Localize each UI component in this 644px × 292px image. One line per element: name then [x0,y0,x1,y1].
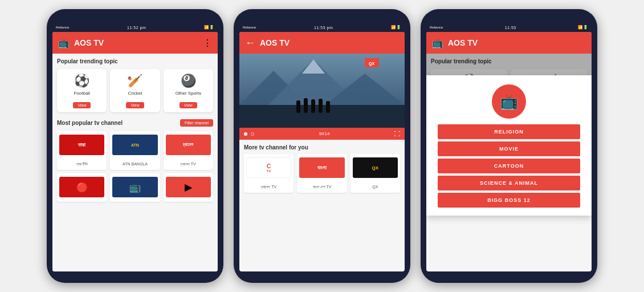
status-carrier: Reliance [56,26,69,29]
channel5-logo: 📺 [112,177,157,197]
status-carrier-2: Reliance [243,26,256,29]
status-time-2: 11:53 pm [314,26,333,30]
tv-logo-icon-3: 📺 [432,38,443,48]
svg-rect-6 [296,100,300,113]
more-channel-ctv[interactable]: C TV চ্যানেল TV [244,154,294,193]
status-bar-2: Reliance 11:53 pm 📶🔋 [239,25,405,32]
video-time: 9X14 [258,131,391,136]
phone-2: Reliance 11:53 pm 📶🔋 ← AOS TV [234,9,410,283]
phone-3: Reliance 11:53 📶🔋 📺 AOS TV Popular trend… [421,9,597,283]
topic-cards: ⚽ Football View 🏏 Cricket View 🎱 Other S… [57,69,213,112]
more-channels-grid: C TV চ্যানেল TV বাংলা বাংলা দেশ TV QX QX [239,154,405,197]
football-label: Football [60,91,103,96]
channels-section-row: Most popular tv channel Filter channel [57,119,213,127]
channel-tv-name: চ্যানেল TV [181,162,196,166]
app-title-3: AOS TV [448,38,586,47]
screen-3: 📺 AOS TV Popular trending topic ⚽ Footba… [426,32,592,271]
more-options-icon[interactable]: ⋮ [203,38,212,48]
status-bar-1: Reliance 11:52 pm 📶🔋 [52,25,218,32]
svg-rect-7 [304,98,308,113]
app-title-1: AOS TV [74,38,198,47]
dropdown-item-movie[interactable]: MOVIE [438,141,580,156]
more-channel-qx[interactable]: QX QX [350,154,400,193]
svg-rect-8 [311,99,315,113]
football-icon: ⚽ [60,74,103,88]
dropdown-tv-icon: 📺 [500,93,518,111]
video-scene-svg: QX [239,54,405,128]
channel-card-ctv[interactable]: চ্যানেল চ্যানেল TV [164,131,213,170]
status-icons-3: 📶🔋 [578,25,588,30]
channel-tv-logo: চ্যানেল [166,135,211,155]
back-button[interactable]: ← [245,37,255,49]
filter-channel-btn[interactable]: Filter channel [180,119,213,127]
cricket-view-btn[interactable]: View [126,102,144,108]
more-channels-title: More tv channel for you [239,140,405,154]
status-time-3: 11:53 [505,26,516,30]
status-icons-2: 📶🔋 [391,25,401,30]
channel-card-tara[interactable]: তারা তারা টিভি [57,131,107,170]
atn-bangla-logo: ATN [112,135,157,155]
atn-bangla-name: ATN BANGLA [123,162,148,166]
topic-other-sports[interactable]: 🎱 Other Sports View [164,69,213,112]
screen-1: 📺 AOS TV ⋮ Popular trending topic ⚽ Foot… [52,32,218,271]
fullscreen-icon[interactable]: ⛶ [394,131,400,137]
channel-card-6[interactable]: ▶ [164,173,213,202]
section2-title: Most popular tv channel [57,120,123,126]
cricket-label: Cricket [113,91,156,96]
more-qx-logo: QX [353,157,398,178]
football-view-btn[interactable]: View [73,102,91,108]
phone-1: Reliance 11:52 pm 📶🔋 📺 AOS TV ⋮ Popular … [47,9,223,283]
screen-2: ← AOS TV [239,32,405,271]
svg-rect-10 [326,101,330,113]
dropdown-app-icon: 📺 [492,84,526,119]
video-player[interactable]: QX [239,54,405,128]
other-sports-view-btn[interactable]: View [180,102,197,108]
channel-card-atn[interactable]: ATN ATN BANGLA [110,131,160,170]
video-controls: 9X14 ⛶ [239,128,405,140]
video-dot-active [244,132,247,136]
status-time-1: 11:52 pm [127,26,146,30]
tara-tv-logo: তারা [59,135,104,155]
more-channel-bd[interactable]: বাংলা বাংলা দেশ TV [297,154,347,193]
other-sports-label: Other Sports [167,91,210,96]
app-bar-1: 📺 AOS TV ⋮ [52,32,218,54]
app-bar-2: ← AOS TV [239,32,405,54]
tv-logo-icon: 📺 [58,38,70,48]
channel-grid-1: তারা তারা টিভি ATN ATN BANGLA চ্যানেল চ্… [57,131,213,202]
status-carrier-3: Reliance [430,26,443,29]
channel-card-5[interactable]: 📺 [110,173,160,202]
more-ctv-logo: C TV [246,157,291,178]
sports-icon: 🎱 [167,74,210,88]
topic-football[interactable]: ⚽ Football View [57,69,107,112]
tara-tv-name: তারা টিভি [76,162,88,166]
topic-cricket[interactable]: 🏏 Cricket View [110,69,160,112]
dropdown-item-religion[interactable]: RELIGION [438,124,580,139]
svg-rect-9 [319,99,323,113]
screen2-content: QX 9X14 ⛶ More tv channel for you C TV [239,54,405,271]
app-title-2: AOS TV [260,38,399,47]
channel-card-4[interactable]: 🔴 [57,173,107,202]
screen3-wrapper: Popular trending topic ⚽ Football 🏏 Cric… [426,54,592,271]
status-bar-3: Reliance 11:53 📶🔋 [426,25,592,32]
video-background: QX [239,54,405,128]
channel4-logo: 🔴 [59,177,104,197]
status-icons: 📶🔋 [204,25,214,30]
channel6-logo: ▶ [166,177,211,197]
dropdown-item-biggboss[interactable]: BIGG BOSS 12 [438,193,580,208]
more-bd-logo: বাংলা [299,157,344,178]
cricket-icon: 🏏 [113,74,156,88]
more-qx-name: QX [372,185,378,189]
svg-text:QX: QX [369,62,374,66]
bg-section-title: Popular trending topic [431,58,587,64]
video-dot-inactive [251,132,254,136]
section1-title: Popular trending topic [57,58,213,64]
more-ctv-name: চ্যানেল TV [261,185,276,189]
dropdown-menu: 📺 RELIGION MOVIE CARTOON SCIENCE & ANIMA… [426,75,592,216]
screen1-content: Popular trending topic ⚽ Football View 🏏… [52,54,218,271]
dropdown-item-science[interactable]: SCIENCE & ANIMAL [438,176,580,190]
app-bar-3: 📺 AOS TV [426,32,592,54]
more-bd-name: বাংলা দেশ TV [313,185,332,189]
dropdown-item-cartoon[interactable]: CARTOON [438,159,580,173]
